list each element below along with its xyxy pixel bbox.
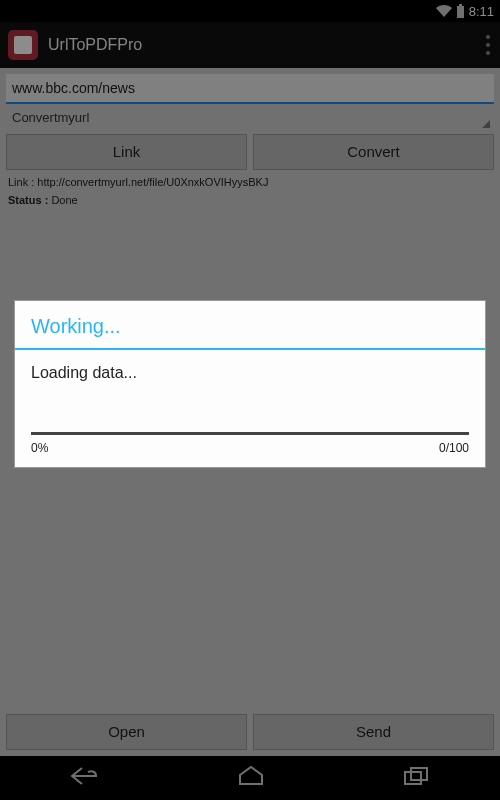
progress-dialog: Working... Loading data... 0% 0/100 <box>14 300 486 468</box>
dialog-title: Working... <box>31 315 469 338</box>
progress-labels: 0% 0/100 <box>31 441 469 455</box>
progress-bar <box>31 432 469 435</box>
dialog-divider <box>15 348 485 350</box>
progress-percent: 0% <box>31 441 48 455</box>
progress-count: 0/100 <box>439 441 469 455</box>
dialog-message: Loading data... <box>31 364 469 382</box>
